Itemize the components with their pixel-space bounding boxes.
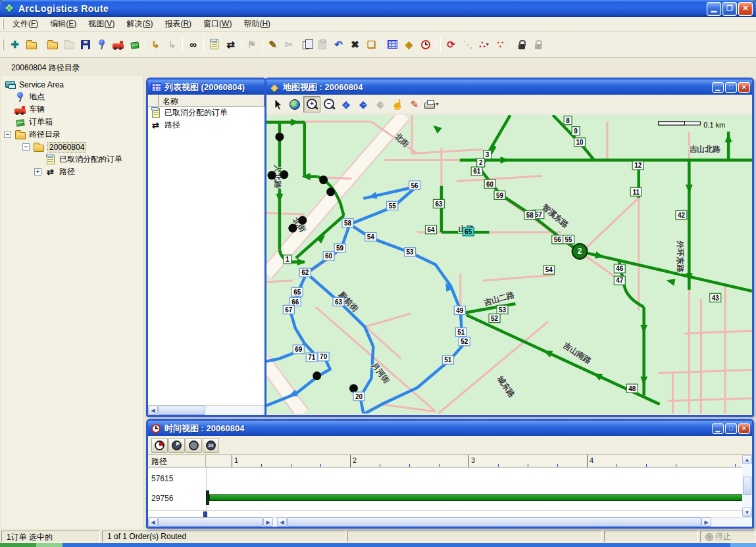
menu-window[interactable]: 窗口(W) xyxy=(197,16,238,32)
find-button[interactable]: ∞ xyxy=(185,36,201,53)
new-order-button[interactable] xyxy=(126,36,143,53)
time-vertical-scrollbar[interactable]: ▲ ▼ xyxy=(742,455,752,517)
map-canvas[interactable]: 北街人北路吉山北路外环东路智溪东路山路殿前街月河街城东路吉山南路吉山二路北街28… xyxy=(266,114,752,414)
order-dot[interactable] xyxy=(288,224,297,233)
lock-button[interactable] xyxy=(513,36,530,53)
toolbar-grip[interactable] xyxy=(2,39,4,50)
scroll-left-icon[interactable]: ◀ xyxy=(277,517,287,527)
menu-solve[interactable]: 解决(S) xyxy=(120,16,159,32)
print-tool-button[interactable]: ▾ xyxy=(423,96,440,112)
route-network-button[interactable]: ∴▾ xyxy=(476,36,492,53)
time-horizontal-scrollbar[interactable]: ◀ ▶ ◀ ▶ xyxy=(148,517,752,527)
list-view-titlebar[interactable]: 列表视图 (20060804) xyxy=(148,80,265,95)
tree-item-route-folder[interactable]: −路径目录 xyxy=(1,128,143,141)
tree-item-folder-20060804[interactable]: −20060804 xyxy=(1,141,143,153)
collapse-icon[interactable]: − xyxy=(22,143,30,151)
tree-item-routes[interactable]: +⇄路径 xyxy=(1,166,143,178)
save-button[interactable] xyxy=(77,36,93,53)
list-row-已取消分配的订单[interactable]: 已取消分配的订单 xyxy=(148,107,265,119)
list-column-blank[interactable] xyxy=(148,95,159,107)
print-dropdown-caret-icon[interactable]: ▾ xyxy=(436,101,438,107)
new-vehicle-button[interactable] xyxy=(110,36,126,53)
menu-file[interactable]: 文件(F) xyxy=(7,16,44,32)
import-orders-button[interactable]: ↳ xyxy=(147,36,164,53)
previous-extent-tool-button[interactable]: ◆← xyxy=(355,96,372,112)
scroll-thumb[interactable] xyxy=(743,477,751,495)
tree-item-service-area[interactable]: Service Area xyxy=(1,78,143,91)
time-cursor-marker[interactable] xyxy=(203,511,207,517)
order-dot[interactable] xyxy=(326,187,335,196)
new-folder-button[interactable] xyxy=(44,36,61,53)
route-network-alt-button[interactable]: ∵ xyxy=(492,36,509,53)
order-dot[interactable] xyxy=(313,371,321,380)
time-view-button[interactable] xyxy=(417,36,434,53)
scroll-right-icon[interactable]: ▶ xyxy=(701,517,711,527)
copy-button[interactable] xyxy=(297,36,314,53)
tree-item-vehicles[interactable]: 车辆 xyxy=(1,103,143,116)
new-service-area-button[interactable]: ✚ xyxy=(7,36,23,53)
time-minimize-button[interactable]: ▁ xyxy=(712,423,724,434)
map-view-button[interactable]: ◈ xyxy=(401,36,417,53)
undo-button[interactable]: ↶ xyxy=(330,36,347,53)
scroll-thumb[interactable] xyxy=(158,517,263,527)
scroll-left-icon[interactable]: ◀ xyxy=(148,517,158,527)
new-location-button[interactable] xyxy=(93,36,110,53)
order-dot[interactable] xyxy=(267,171,276,179)
menu-reports[interactable]: 报表(R) xyxy=(159,16,197,32)
list-view-button[interactable] xyxy=(384,36,401,53)
menu-view[interactable]: 视图(V) xyxy=(82,16,120,32)
select-tool-button[interactable] xyxy=(269,96,286,112)
routes-tool-button[interactable]: ⇄ xyxy=(222,36,239,53)
list-column-name[interactable]: 名称 xyxy=(159,95,265,107)
close-button[interactable]: ✕ xyxy=(738,2,753,16)
time-column-routes[interactable]: 路径 xyxy=(148,455,206,467)
scroll-down-icon[interactable]: ▼ xyxy=(742,508,752,517)
solve-routes-button[interactable]: ⟳ xyxy=(443,36,459,53)
draw-tool-button[interactable]: ✎ xyxy=(406,96,423,112)
order-dot[interactable] xyxy=(298,216,307,225)
scroll-thumb[interactable] xyxy=(158,406,205,415)
order-dot[interactable] xyxy=(275,133,284,141)
collapse-icon[interactable]: − xyxy=(4,131,11,138)
properties-button[interactable]: ✎ xyxy=(265,36,281,53)
order-dot[interactable] xyxy=(319,176,328,184)
pan-tool-button[interactable]: ☝ xyxy=(389,96,406,112)
order-dot[interactable] xyxy=(280,170,288,179)
delete-button[interactable]: ✖ xyxy=(347,36,363,53)
time-scale-half-button[interactable] xyxy=(168,438,185,453)
time-close-button[interactable]: ✕ xyxy=(738,423,750,434)
paste-into-button[interactable]: ❏ xyxy=(363,36,380,53)
map-minimize-button[interactable]: ▁ xyxy=(712,82,724,93)
time-maximize-button[interactable]: □ xyxy=(725,423,737,434)
tree-item-order-box[interactable]: 订单箱 xyxy=(1,116,143,128)
list-row-路径[interactable]: ⇄路径 xyxy=(148,119,265,131)
zoom-selected-tool-button[interactable]: ◆⤢ xyxy=(338,96,355,112)
time-view-titlebar[interactable]: 时间视图 : 20060804 ▁ □ ✕ xyxy=(148,421,752,436)
map-close-button[interactable]: ✕ xyxy=(738,82,750,93)
zoom-out-tool-button[interactable] xyxy=(320,96,338,112)
orders-notebook-button[interactable] xyxy=(206,36,222,53)
menu-grip[interactable] xyxy=(2,19,4,30)
scroll-left-icon[interactable]: ◀ xyxy=(148,406,158,415)
expand-icon[interactable]: + xyxy=(34,168,41,176)
tree-item-locations[interactable]: 地点 xyxy=(1,91,143,103)
route-row-57615[interactable]: 57615 xyxy=(151,474,173,483)
open-project-button[interactable] xyxy=(23,36,39,53)
menu-edit[interactable]: 编辑(E) xyxy=(44,16,82,32)
time-scale-quarter-button[interactable] xyxy=(151,438,168,453)
dropdown-caret-icon[interactable]: ▾ xyxy=(486,41,489,47)
scroll-right-icon[interactable]: ▶ xyxy=(263,517,273,527)
restore-button[interactable]: ❐ xyxy=(722,2,737,16)
globe-tool-button[interactable] xyxy=(286,96,303,112)
map-view-titlebar[interactable]: ◈ 地图视图 : 20060804 ▁ □ ✕ xyxy=(266,80,752,95)
menu-help[interactable]: 帮助(H) xyxy=(238,16,276,32)
gantt-bar-route-29756[interactable] xyxy=(209,494,743,501)
tree-item-unassigned-orders[interactable]: 已取消分配的订单 xyxy=(1,153,143,166)
zoom-in-tool-button[interactable] xyxy=(303,96,320,112)
list-horizontal-scrollbar[interactable]: ◀ xyxy=(148,405,265,415)
map-maximize-button[interactable]: □ xyxy=(725,82,737,93)
route-row-29756[interactable]: 29756 xyxy=(151,494,173,503)
minimize-button[interactable]: ▁ xyxy=(707,2,721,16)
scroll-up-icon[interactable]: ▲ xyxy=(742,455,752,464)
time-scale-full-button[interactable] xyxy=(186,438,202,453)
